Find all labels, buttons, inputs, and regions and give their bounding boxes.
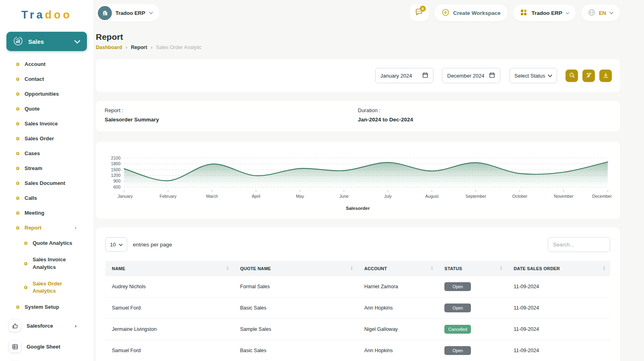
- table-search-input[interactable]: [548, 237, 610, 252]
- clear-filter-button[interactable]: [582, 70, 595, 82]
- sidebar-section-sales[interactable]: Sales: [6, 32, 87, 51]
- bullet-icon: [16, 92, 19, 96]
- sidebar-item-opportunities[interactable]: Opportunities: [0, 86, 93, 101]
- search-button[interactable]: [566, 70, 578, 82]
- status-badge: Open: [444, 304, 471, 312]
- account-cell: Ann Hopkins: [358, 340, 438, 361]
- column-label: ACCOUNT: [364, 266, 387, 271]
- date-cell: 11-09-2024: [507, 340, 610, 361]
- sidebar-item-quote[interactable]: Quote: [0, 101, 93, 116]
- sidebar-item-stream[interactable]: Stream: [0, 161, 93, 176]
- entries-per-page-select[interactable]: 10: [105, 237, 127, 252]
- status-select[interactable]: Select Status: [510, 68, 557, 83]
- status-cell: Open: [438, 340, 507, 361]
- sidebar-item-video-hub[interactable]: Video Hub: [0, 358, 93, 361]
- status-badge: Cancelled: [444, 325, 471, 334]
- plus-circle-icon: [442, 8, 450, 18]
- topbar-actions: 0 Create Workspace: [410, 4, 620, 21]
- chat-badge: 0: [420, 6, 426, 12]
- sidebar-item-label: Sales Invoice Analytics: [33, 256, 80, 271]
- svg-text:2100: 2100: [111, 156, 121, 160]
- sidebar-item-sales-invoice-analytics[interactable]: Sales Invoice Analytics: [0, 252, 93, 276]
- status-cell: Cancelled: [438, 318, 507, 340]
- quote-cell: Basic Sales: [234, 340, 358, 361]
- sidebar-item-salesforce[interactable]: Salesforce›: [0, 316, 93, 335]
- workspace-name: Tradoo ERP: [116, 10, 145, 16]
- sidebar-item-sales-document[interactable]: Sales Document: [0, 176, 93, 191]
- svg-text:February: February: [159, 194, 177, 199]
- sidebar-item-quote-analytics[interactable]: Quote Analytics: [0, 235, 93, 252]
- sidebar-item-sales-order[interactable]: Sales Order: [0, 131, 93, 146]
- date-cell: 11-09-2024: [507, 276, 610, 297]
- svg-text:April: April: [252, 194, 260, 199]
- column-header-date-sales-order[interactable]: DATE SALES ORDER▲▼: [507, 261, 610, 276]
- table-row: Jermaine LivingstonSample SalesNigel Gal…: [105, 318, 610, 340]
- duration-value: Jan-2024 to Dec-2024: [358, 117, 611, 123]
- sidebar-item-label: Sales Order: [25, 135, 54, 142]
- sidebar-item-label: Opportunities: [25, 91, 59, 97]
- sidebar-item-label: Quote Analytics: [33, 240, 72, 247]
- tradoo-logo: Tradoo: [0, 0, 93, 25]
- sidebar: Tradoo Sales AccountContactOpportunities…: [0, 0, 93, 361]
- chevron-down-icon: [548, 73, 552, 79]
- clear-filter-icon: [586, 72, 592, 80]
- svg-text:May: May: [296, 194, 304, 199]
- bullet-icon: [16, 197, 19, 200]
- table-row: Samuel FordBasic SalesAnn HopkinsOpen11-…: [105, 297, 610, 318]
- column-label: STATUS: [444, 266, 462, 271]
- to-date-input[interactable]: December 2024: [442, 68, 500, 83]
- account-cell: Nigel Galloway: [358, 318, 438, 340]
- sidebar-item-system-setup[interactable]: System Setup: [0, 299, 93, 314]
- column-label: NAME: [112, 266, 125, 271]
- column-header-account[interactable]: ACCOUNT▲▼: [358, 261, 438, 276]
- bullet-icon: [16, 211, 19, 215]
- breadcrumb-report[interactable]: Report: [131, 45, 147, 50]
- bullet-icon: [16, 78, 19, 81]
- sidebar-item-label: Meeting: [25, 210, 44, 216]
- sidebar-item-calls[interactable]: Calls: [0, 191, 93, 205]
- chart-legend: Salesorder: [101, 204, 614, 214]
- bullet-icon: [16, 306, 19, 309]
- logo-text-teal: Tra: [21, 9, 45, 21]
- sidebar-integrations: Salesforce›Google SheetVideo Hub: [0, 316, 93, 361]
- thumbs-up-icon: [9, 320, 21, 332]
- globe-icon: [588, 8, 596, 18]
- name-cell: Audrey Nichols: [105, 276, 234, 297]
- workspace-switch-button[interactable]: Tradoo ERP: [513, 4, 576, 21]
- svg-text:1500: 1500: [111, 167, 121, 172]
- page-title: Report: [96, 32, 620, 42]
- workspace-selector[interactable]: Tradoo ERP: [96, 4, 159, 22]
- breadcrumb-current: Sales Order Analytic: [156, 45, 202, 50]
- breadcrumb-dashboard[interactable]: Dashboard: [96, 45, 122, 50]
- spreadsheet-icon: [9, 340, 21, 353]
- filter-actions: [566, 70, 612, 82]
- sidebar-item-label: Stream: [25, 165, 42, 171]
- sidebar-item-meeting[interactable]: Meeting: [0, 205, 93, 220]
- from-date-input[interactable]: January 2024: [375, 68, 433, 83]
- sidebar-item-label: System Setup: [25, 304, 59, 310]
- svg-text:July: July: [384, 194, 392, 199]
- sidebar-item-google-sheet[interactable]: Google Sheet: [0, 337, 93, 356]
- sidebar-item-label: Google Sheet: [27, 344, 60, 350]
- language-selector[interactable]: EN: [581, 4, 620, 21]
- sidebar-item-sales-invoice[interactable]: Sales Invoice: [0, 116, 93, 131]
- sidebar-item-cases[interactable]: Cases: [0, 146, 93, 161]
- chat-button[interactable]: 0: [410, 4, 429, 21]
- app-root: Tradoo Sales AccountContactOpportunities…: [0, 0, 644, 361]
- create-workspace-button[interactable]: Create Workspace: [434, 4, 508, 21]
- bullet-icon: [16, 122, 19, 125]
- column-header-status[interactable]: STATUS▲▼: [438, 261, 507, 276]
- sidebar-item-sales-order-analytics[interactable]: Sales Order Analytics: [0, 276, 93, 300]
- create-workspace-label: Create Workspace: [453, 10, 501, 16]
- bullet-icon: [16, 182, 19, 185]
- sidebar-item-contact[interactable]: Contact: [0, 72, 93, 86]
- bullet-icon: [16, 167, 19, 170]
- column-header-name[interactable]: NAME▲▼: [105, 261, 234, 276]
- sidebar-item-report[interactable]: Report›: [0, 220, 93, 235]
- chevron-right-icon: ›: [75, 225, 76, 231]
- svg-text:October: October: [512, 194, 528, 199]
- sidebar-item-account[interactable]: Account: [0, 57, 93, 72]
- column-header-quote-name[interactable]: QUOTE NAME▲▼: [234, 261, 358, 276]
- download-button[interactable]: [599, 70, 612, 82]
- account-cell: Harriet Zamora: [358, 276, 438, 297]
